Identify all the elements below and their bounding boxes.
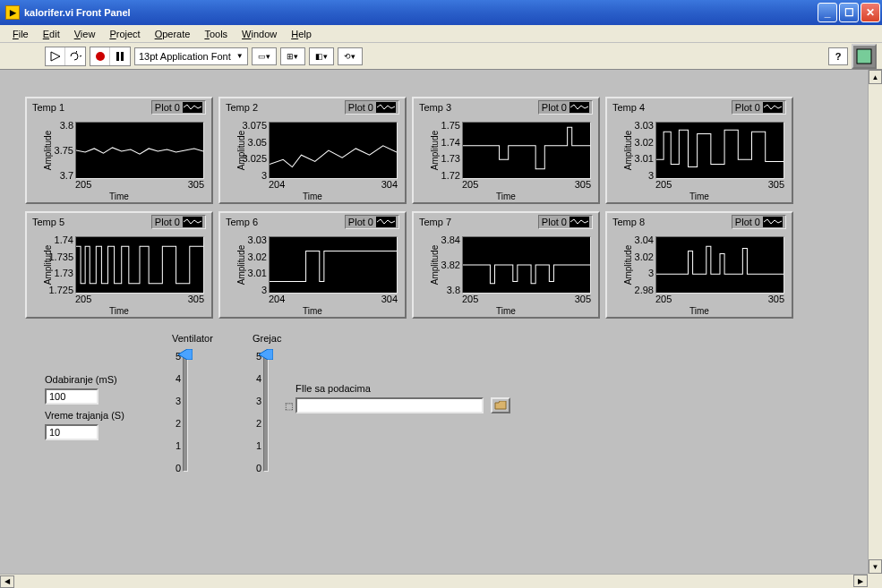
xtick: 305	[768, 294, 784, 304]
menu-edit[interactable]: Edit	[36, 27, 67, 41]
vertical-scrollbar[interactable]: ▲ ▼	[868, 70, 882, 574]
legend-line-icon	[569, 217, 589, 227]
distribute-button[interactable]: ⊞▾	[280, 47, 305, 65]
chart-legend[interactable]: Plot 0	[732, 100, 786, 115]
scroll-right-button[interactable]: ▶	[853, 575, 868, 587]
reorder-button[interactable]: ⟲▾	[338, 47, 363, 65]
chart-legend[interactable]: Plot 0	[732, 215, 786, 229]
slider-thumb[interactable]	[178, 349, 193, 360]
file-browse-button[interactable]	[491, 397, 510, 413]
chart-title: Temp 8	[612, 217, 645, 227]
font-label: 13pt Application Font	[139, 51, 231, 62]
resize-grip[interactable]	[868, 574, 882, 588]
grejac-slider[interactable]: Grejac 543210	[242, 347, 278, 477]
menu-view[interactable]: View	[67, 27, 103, 41]
resize-button[interactable]: ◧▾	[309, 47, 334, 65]
x-axis-label: Time	[689, 306, 709, 316]
help-button[interactable]: ?	[828, 47, 848, 65]
chart-temp-3: Temp 3 Plot 0 Amplitude 1.751.741.731.72…	[412, 97, 600, 204]
chart-temp-2: Temp 2 Plot 0 Amplitude 3.0753.053.0253 …	[218, 97, 407, 204]
chart-legend[interactable]: Plot 0	[345, 100, 399, 115]
font-selector[interactable]: 13pt Application Font ▼	[134, 47, 248, 65]
ytick: 3.04	[623, 234, 654, 245]
ytick: 3.82	[430, 260, 460, 270]
chart-legend[interactable]: Plot 0	[151, 100, 206, 115]
ytick: 3.7	[43, 170, 73, 181]
ytick: 1.725	[43, 285, 73, 295]
plot-area[interactable]	[655, 122, 784, 179]
grejac-label: Grejac	[253, 333, 281, 344]
slider-tick: 4	[242, 373, 261, 384]
xtick: 304	[381, 179, 398, 190]
legend-line-icon	[376, 217, 396, 227]
plot-area[interactable]	[269, 236, 398, 294]
window-maximize-button[interactable]: ☐	[839, 3, 859, 22]
ytick: 1.74	[43, 234, 73, 245]
xtick: 205	[75, 179, 91, 190]
align-button[interactable]: ▭▾	[252, 47, 277, 65]
ytick: 3.02	[236, 251, 267, 262]
plot-area[interactable]	[655, 236, 784, 294]
pause-button[interactable]	[110, 47, 130, 65]
chevron-down-icon: ▼	[236, 52, 244, 60]
ytick: 3	[623, 170, 654, 181]
slider-thumb[interactable]	[259, 349, 273, 360]
scroll-down-button[interactable]: ▼	[869, 559, 882, 574]
path-icon: ⬚	[285, 401, 293, 411]
x-axis-label: Time	[689, 192, 709, 201]
horizontal-scrollbar[interactable]: ◀ ▶	[0, 574, 882, 588]
slider-track	[183, 353, 188, 472]
chart-title: Temp 4	[612, 102, 645, 113]
plot-area[interactable]	[75, 122, 204, 179]
legend-line-icon	[763, 217, 783, 227]
plot-area[interactable]	[75, 236, 204, 294]
run-button[interactable]	[46, 47, 65, 65]
scroll-up-button[interactable]: ▲	[869, 70, 882, 84]
ventilator-slider[interactable]: Ventilator 543210	[161, 347, 197, 477]
slider-tick: 0	[161, 463, 181, 473]
chart-temp-1: Temp 1 Plot 0 Amplitude 3.83.753.7 20530…	[25, 97, 213, 204]
chart-legend[interactable]: Plot 0	[151, 215, 206, 229]
chart-temp-6: Temp 6 Plot 0 Amplitude 3.033.023.013 20…	[218, 211, 407, 319]
x-axis-label: Time	[109, 306, 129, 316]
run-continuous-button[interactable]	[65, 47, 85, 65]
window-minimize-button[interactable]: _	[818, 3, 837, 22]
chart-title: Temp 2	[226, 102, 258, 113]
abort-button[interactable]	[90, 47, 110, 65]
chart-legend[interactable]: Plot 0	[345, 215, 399, 229]
menu-help[interactable]: Help	[284, 27, 319, 41]
toolbar: 13pt Application Font ▼ ▭▾ ⊞▾ ◧▾ ⟲▾ ?	[0, 43, 882, 70]
window-close-button[interactable]: ✕	[861, 3, 880, 22]
plot-area[interactable]	[462, 236, 591, 294]
menu-project[interactable]: Project	[102, 27, 147, 41]
vreme-input[interactable]	[45, 424, 98, 440]
menu-file[interactable]: File	[5, 27, 36, 41]
legend-line-icon	[183, 217, 202, 227]
ytick: 1.72	[430, 170, 460, 181]
ytick: 3.8	[430, 285, 460, 295]
odabiranje-input[interactable]	[45, 388, 98, 405]
vi-icon[interactable]	[852, 44, 877, 69]
xtick: 305	[768, 179, 784, 190]
legend-line-icon	[376, 102, 396, 113]
ytick: 1.73	[430, 153, 460, 164]
menu-window[interactable]: Window	[235, 27, 284, 41]
legend-label: Plot 0	[348, 217, 373, 227]
plot-area[interactable]	[462, 122, 591, 179]
scroll-left-button[interactable]: ◀	[0, 575, 14, 588]
menu-operate[interactable]: Operate	[148, 27, 198, 41]
chart-legend[interactable]: Plot 0	[538, 215, 593, 229]
ytick: 1.73	[43, 268, 73, 278]
file-path-input[interactable]: ⬚	[295, 397, 484, 413]
chart-title: Temp 1	[32, 102, 64, 113]
xtick: 205	[462, 294, 478, 304]
ytick: 3.02	[623, 251, 654, 262]
vreme-label: Vreme trajanja (S)	[45, 410, 124, 421]
chart-legend[interactable]: Plot 0	[538, 100, 593, 115]
slider-tick: 2	[161, 418, 181, 429]
ytick: 3.01	[236, 268, 267, 278]
plot-area[interactable]	[269, 122, 398, 179]
menu-tools[interactable]: Tools	[197, 27, 235, 41]
chart-title: Temp 6	[226, 217, 258, 227]
slider-tick: 3	[161, 396, 181, 406]
